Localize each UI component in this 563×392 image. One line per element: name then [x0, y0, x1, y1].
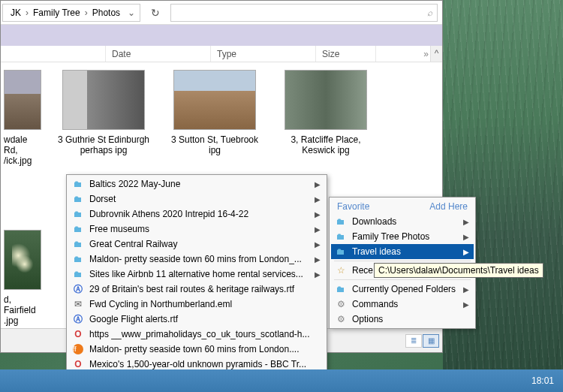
gear-icon: ⚙	[334, 313, 348, 325]
folder-icon: 🖿	[334, 216, 348, 228]
menu-item-label: Travel ideas	[352, 246, 459, 257]
menu-item-label: Commands	[352, 299, 459, 309]
menu-item-label: Sites like Airbnb 11 alternative home re…	[89, 269, 310, 279]
file-thumbnail[interactable]: 3 Guthrie St Edinburgh perhaps ipg	[55, 70, 152, 185]
more-columns-icon[interactable]: »	[423, 49, 429, 59]
thumbnail-label: d, Fairfield .jpg	[4, 294, 41, 326]
menu-item-label: Maldon- pretty seaside town 60 mins from…	[89, 344, 321, 354]
search-input[interactable]: ⌕	[170, 4, 438, 22]
thumbnail-label: 3, Ratcliffe Place, Keswick ipg	[277, 134, 375, 155]
folder-icon: 🖿	[71, 253, 85, 265]
menu-item[interactable]: Ohttps __www_primaholidays_co_uk_tours_s…	[68, 327, 325, 342]
breadcrumb-seg-1[interactable]: JK	[6, 8, 26, 18]
favorites-label: Favorite	[337, 201, 369, 212]
favorites-header: Favorite Add Here	[331, 199, 474, 214]
menu-item[interactable]: 🖿Sites like Airbnb 11 alternative home r…	[68, 267, 325, 282]
document-icon: Ⓐ	[71, 313, 85, 325]
favorite-item[interactable]: 🖿Downloads▶	[331, 214, 474, 229]
folder-icon: 🖿	[71, 193, 85, 205]
menu-item[interactable]: ⚙Commands▶	[331, 297, 474, 312]
chevron-right-icon: ▶	[463, 285, 469, 294]
desktop-wallpaper	[443, 0, 563, 392]
thumbnail-image	[173, 70, 256, 130]
thumbnail-label: wdale Rd, /ick.jpg	[4, 134, 41, 166]
menu-item-label: Baltics 2022 May-June	[89, 179, 310, 189]
folder-icon: 🖿	[71, 223, 85, 235]
col-header-name[interactable]	[1, 46, 106, 62]
menu-item[interactable]: ⚙Options	[331, 312, 474, 327]
menu-item-label: Maldon- pretty seaside town 60 mins from…	[89, 254, 310, 264]
menu-item-label: Mexico's 1,500-year-old unknown pyramids…	[89, 359, 321, 369]
chevron-right-icon: ▶	[315, 240, 321, 249]
thumbnail-label: 3 Guthrie St Edinburgh perhaps ipg	[55, 134, 152, 155]
folder-icon: 🖿	[334, 231, 348, 243]
chevron-right-icon: ▶	[463, 300, 469, 309]
column-headers: Date Type Size » ^	[1, 46, 442, 62]
menu-item-label: Downloads	[352, 216, 459, 227]
menu-item-label: Options	[352, 314, 469, 324]
menu-item-label: Dubrovnik Athens 2020 Intrepid 16-4-22	[89, 209, 310, 219]
taskbar[interactable]: 18:01	[0, 369, 563, 392]
col-header-size[interactable]: Size	[316, 46, 376, 62]
favorite-item[interactable]: 🖿Travel ideas▶	[331, 244, 474, 259]
menu-item[interactable]: 🖿Dorset▶	[68, 191, 325, 207]
star-icon: ☆	[334, 264, 348, 276]
chevron-right-icon: ▶	[315, 225, 321, 234]
chevron-down-icon[interactable]: ⌄	[125, 8, 137, 18]
menu-item[interactable]: ✉Fwd Cycling in Northumberland.eml	[68, 297, 325, 312]
menu-item-label: Free museums	[89, 224, 310, 234]
menu-item[interactable]: 🖿Great Central Railway▶	[68, 237, 325, 252]
menu-item[interactable]: 🖿Free museums▶	[68, 222, 325, 237]
menu-item-label: Fwd Cycling in Northumberland.eml	[89, 299, 321, 309]
scroll-up-icon[interactable]: ^	[430, 46, 442, 62]
separator	[334, 261, 471, 261]
view-thumbnails-button[interactable]: ▦	[423, 334, 439, 348]
view-details-button[interactable]: ≣	[405, 334, 422, 348]
menu-item[interactable]: ⒶGoogle Flight alerts.rtf	[68, 312, 325, 327]
breadcrumb-seg-2[interactable]: Family Tree	[29, 8, 85, 18]
menu-item[interactable]: 🖿Dubrovnik Athens 2020 Intrepid 16-4-22▶	[68, 207, 325, 222]
menu-item-label: 29 of Britain's best rail routes & herit…	[89, 284, 321, 294]
folder-icon: 🖿	[334, 246, 348, 258]
chevron-right-icon: ▶	[463, 248, 469, 256]
file-thumbnail[interactable]: 3, Ratcliffe Place, Keswick ipg	[277, 70, 375, 185]
toolbar: JK › Family Tree › Photos ⌄ ↻ ⌕	[1, 1, 442, 25]
email-icon: ✉	[71, 298, 85, 310]
menu-item-label: Currently Opened Folders	[352, 284, 459, 294]
add-here-link[interactable]: Add Here	[429, 201, 468, 212]
thumbnail-image	[4, 230, 41, 290]
menu-item[interactable]: Ⓐ29 of Britain's best rail routes & heri…	[68, 282, 325, 297]
document-icon: Ⓐ	[71, 283, 85, 295]
col-header-date[interactable]: Date	[106, 46, 211, 62]
chevron-right-icon: ▶	[315, 180, 321, 188]
opera-icon: O	[71, 328, 85, 340]
menu-item-label: Great Central Railway	[89, 239, 310, 249]
folder-icon: 🖿	[71, 178, 85, 190]
menu-item-label: Google Flight alerts.rtf	[89, 314, 321, 324]
thumbnail-label: 3 Sutton St, Tuebrook ipg	[166, 134, 263, 155]
menu-item[interactable]: 🖿Baltics 2022 May-June▶	[68, 176, 325, 191]
breadcrumb-seg-3[interactable]: Photos	[88, 8, 125, 18]
col-header-type[interactable]: Type	[211, 46, 316, 62]
folder-icon: 🖿	[71, 238, 85, 250]
chevron-right-icon: ▶	[315, 270, 321, 279]
folder-icon: 🖿	[334, 283, 348, 295]
thumbnail-image	[62, 70, 145, 130]
menu-item[interactable]: 🖿Currently Opened Folders▶	[331, 282, 474, 297]
menu-item-label: Family Tree Photos	[352, 231, 459, 242]
breadcrumb[interactable]: JK › Family Tree › Photos ⌄	[2, 4, 140, 22]
menu-item-label: https __www_primaholidays_co_uk_tours_sc…	[89, 329, 321, 339]
folder-icon: 🖿	[71, 208, 85, 220]
thumbnail-image	[285, 70, 367, 130]
menu-item[interactable]: 🖿Maldon- pretty seaside town 60 mins fro…	[68, 252, 325, 267]
separator	[334, 279, 471, 280]
ribbon-band	[1, 25, 442, 46]
refresh-button[interactable]: ↻	[146, 4, 164, 22]
file-thumbnail[interactable]: wdale Rd, /ick.jpg	[4, 70, 41, 185]
firefox-icon: ff	[73, 344, 83, 354]
chevron-right-icon: ▶	[315, 210, 321, 219]
file-thumbnail[interactable]: 3 Sutton St, Tuebrook ipg	[166, 70, 263, 185]
menu-item[interactable]: ffMaldon- pretty seaside town 60 mins fr…	[68, 342, 325, 357]
favorite-item[interactable]: 🖿Family Tree Photos▶	[331, 229, 474, 244]
clock[interactable]: 18:01	[522, 375, 563, 386]
